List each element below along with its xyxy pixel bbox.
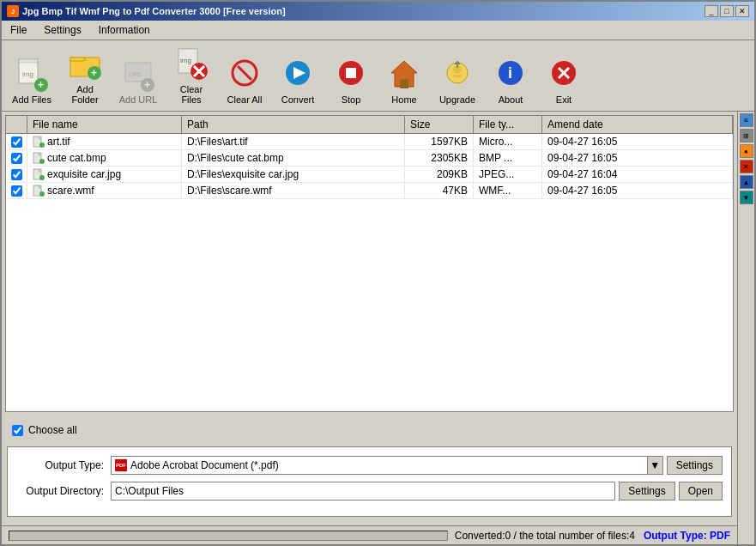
sidebar-button-1[interactable]: ≡ <box>740 113 753 127</box>
clear-all-button[interactable]: Clear All <box>220 54 269 107</box>
row-path: D:\Files\exquisite car.jpg <box>182 167 405 182</box>
home-icon <box>386 57 422 93</box>
output-dir-input[interactable] <box>111 482 615 500</box>
svg-point-38 <box>39 159 45 164</box>
row-checkbox-2[interactable] <box>11 169 22 180</box>
menu-file[interactable]: File <box>5 22 32 38</box>
main-window: J Jpg Bmp Tif Wmf Png to Pdf Converter 3… <box>0 0 756 546</box>
maximize-button[interactable]: □ <box>720 5 734 17</box>
sidebar-button-5[interactable]: ▲ <box>740 175 753 189</box>
row-filename: scare.wmf <box>27 183 182 198</box>
output-type-select[interactable]: PDF Adobe Acrobat Document (*.pdf) ▼ <box>111 456 663 475</box>
svg-text:+: + <box>38 79 44 91</box>
row-checkbox-1[interactable] <box>11 153 22 164</box>
svg-rect-23 <box>400 80 408 88</box>
home-button[interactable]: Home <box>379 54 429 107</box>
menu-settings[interactable]: Settings <box>39 22 86 38</box>
output-dir-settings-button[interactable]: Settings <box>619 482 674 500</box>
clear-files-button[interactable]: img Clear Files <box>166 44 216 107</box>
converted-status: Converted:0 / the total number of files:… <box>455 530 635 542</box>
row-checkbox-cell <box>6 134 27 149</box>
row-filetype: BMP ... <box>474 150 542 166</box>
main-content: File name Path Size File ty... Amend dat… <box>2 112 737 544</box>
header-size: Size <box>405 116 474 133</box>
output-type-value: PDF Adobe Acrobat Document (*.pdf) <box>112 459 647 471</box>
exit-button[interactable]: Exit <box>539 54 589 107</box>
stop-button[interactable]: Stop <box>326 54 376 107</box>
row-filetype: Micro... <box>474 134 542 149</box>
toolbar: img + Add Files + Add Folder <box>2 40 754 112</box>
row-path: D:\Files\art.tif <box>182 134 405 149</box>
open-button[interactable]: Open <box>679 482 723 500</box>
header-path: Path <box>182 116 405 133</box>
upgrade-icon <box>439 57 475 93</box>
sidebar-button-4[interactable]: ✕ <box>740 160 753 173</box>
svg-text:URL: URL <box>129 70 143 78</box>
choose-all-checkbox[interactable] <box>12 425 23 436</box>
exit-label: Exit <box>556 94 572 105</box>
about-button[interactable]: i About <box>486 54 535 107</box>
svg-rect-1 <box>19 59 38 63</box>
add-folder-icon: + <box>67 46 103 82</box>
svg-text:img: img <box>180 57 191 64</box>
minimize-button[interactable]: _ <box>705 5 718 17</box>
row-size: 1597KB <box>405 134 474 149</box>
clear-all-label: Clear All <box>227 94 263 105</box>
close-button[interactable]: ✕ <box>735 5 749 17</box>
sidebar-button-2[interactable]: ⊞ <box>740 129 753 143</box>
add-url-icon: URL + <box>120 57 156 93</box>
add-url-label: Add URL <box>119 94 158 105</box>
output-type-status: Output Type: PDF <box>644 530 730 542</box>
clear-files-label: Clear Files <box>169 84 214 105</box>
svg-line-17 <box>238 66 251 80</box>
choose-all-label[interactable]: Choose all <box>28 424 77 436</box>
output-type-settings-button[interactable]: Settings <box>667 456 723 475</box>
settings-panel: Output Type: PDF Adobe Acrobat Document … <box>7 446 732 517</box>
about-icon: i <box>493 57 529 93</box>
row-filetype: JPEG... <box>474 167 542 182</box>
convert-icon <box>280 57 316 93</box>
header-amend: Amend date <box>542 116 733 133</box>
sidebar-button-3[interactable]: ● <box>740 144 753 158</box>
row-amend: 09-04-27 16:05 <box>542 183 733 198</box>
stop-icon <box>333 57 369 93</box>
add-files-button[interactable]: img + Add Files <box>7 54 57 107</box>
header-filetype: File ty... <box>474 116 542 133</box>
title-bar: J Jpg Bmp Tif Wmf Png to Pdf Converter 3… <box>2 2 754 21</box>
clear-all-icon <box>227 57 263 93</box>
menu-information[interactable]: Information <box>94 22 155 38</box>
output-type-dropdown-arrow[interactable]: ▼ <box>647 457 662 474</box>
choose-all-row: Choose all <box>7 421 732 440</box>
convert-button[interactable]: Convert <box>273 54 323 107</box>
status-bar: Converted:0 / the total number of files:… <box>2 525 737 544</box>
svg-point-41 <box>39 175 45 180</box>
pdf-icon: PDF <box>115 459 127 471</box>
output-dir-row: Output Directory: Settings Open <box>16 482 723 500</box>
add-folder-button[interactable]: + Add Folder <box>60 44 110 107</box>
row-size: 47KB <box>405 183 474 198</box>
svg-text:img: img <box>22 70 33 78</box>
about-label: About <box>499 94 523 105</box>
content-area: File name Path Size File ty... Amend dat… <box>2 112 754 544</box>
exit-icon <box>546 57 582 93</box>
svg-text:+: + <box>91 67 97 79</box>
add-files-label: Add Files <box>12 94 51 105</box>
table-row: exquisite car.jpgD:\Files\exquisite car.… <box>6 167 733 183</box>
row-path: D:\Files\cute cat.bmp <box>182 150 405 166</box>
upgrade-label: Upgrade <box>439 94 475 105</box>
right-sidebar: ≡ ⊞ ● ✕ ▲ ▼ <box>737 112 754 544</box>
upgrade-button[interactable]: Upgrade <box>432 54 482 107</box>
header-checkbox <box>6 116 27 133</box>
row-filetype: WMF... <box>474 183 542 198</box>
row-size: 209KB <box>405 167 474 182</box>
progress-area <box>9 531 448 541</box>
app-icon: J <box>7 5 19 17</box>
row-checkbox-cell <box>6 150 27 166</box>
output-dir-label: Output Directory: <box>16 485 111 497</box>
sidebar-button-6[interactable]: ▼ <box>740 191 753 204</box>
title-bar-text: J Jpg Bmp Tif Wmf Png to Pdf Converter 3… <box>7 5 286 17</box>
svg-rect-21 <box>346 68 356 78</box>
row-checkbox-3[interactable] <box>11 185 22 197</box>
output-type-row: Output Type: PDF Adobe Acrobat Document … <box>16 456 723 475</box>
row-checkbox-0[interactable] <box>11 136 22 148</box>
